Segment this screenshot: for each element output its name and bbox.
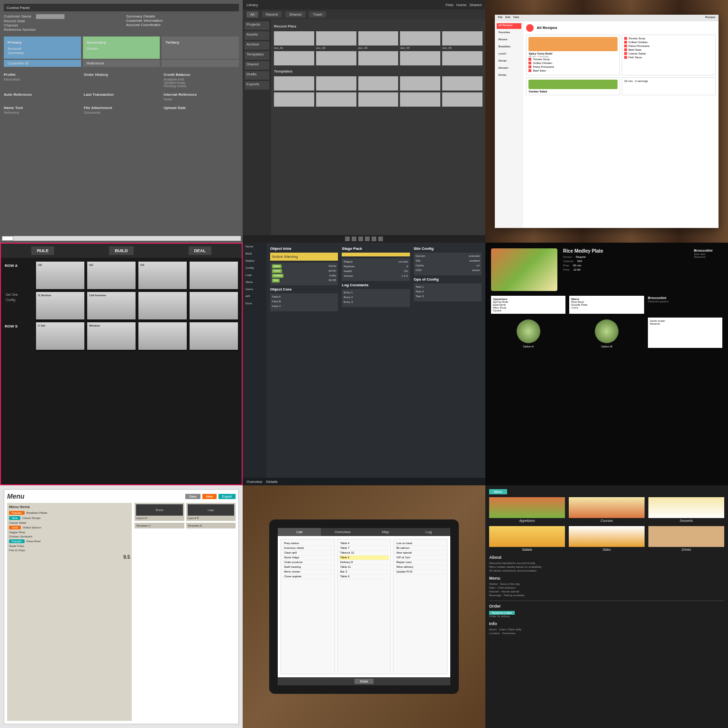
sidebar-item[interactable]: Lunch: [497, 52, 521, 57]
list-item[interactable]: Prep station: [283, 541, 332, 546]
list-item[interactable]: Takeout 12: [339, 551, 389, 555]
task-icon[interactable]: [372, 237, 376, 241]
nav-link[interactable]: Overview: [246, 480, 262, 484]
category-card[interactable]: Desserts: [648, 497, 724, 522]
recipe-card[interactable]: Tomato Soup Grilled Chicken Pasta Primav…: [622, 35, 716, 75]
category-card[interactable]: Courses: [569, 497, 645, 522]
card[interactable]: GE: [87, 262, 136, 289]
sidebar-item[interactable]: Projects: [245, 21, 269, 30]
card[interactable]: C Set: [36, 322, 84, 350]
list-item[interactable]: VIP at 7pm: [395, 555, 445, 560]
sidebar-item[interactable]: Dessert: [497, 66, 521, 72]
menu-item[interactable]: Veggie Wrap: [9, 531, 130, 534]
sidebar-item[interactable]: Logs: [245, 273, 264, 279]
menu-view[interactable]: View: [513, 16, 519, 20]
sidebar-item[interactable]: Docs: [245, 301, 264, 307]
menu-pill[interactable]: Menu: [489, 489, 507, 494]
card[interactable]: Cell Inventor: [87, 292, 136, 319]
done-button[interactable]: Done: [355, 679, 374, 684]
file-thumb[interactable]: [358, 31, 399, 46]
list-item[interactable]: Update POS: [395, 570, 445, 574]
recipe-card[interactable]: Garden Salad: [526, 77, 620, 95]
sidebar-item[interactable]: Drafts: [245, 71, 269, 80]
template-card[interactable]: LogoLayout B: [186, 503, 236, 521]
list-item[interactable]: Table 7: [339, 546, 389, 551]
tab-log[interactable]: Log: [407, 528, 450, 536]
sidebar-item[interactable]: Users: [245, 287, 264, 293]
menu-file[interactable]: File: [498, 16, 502, 20]
list-item[interactable]: Close register: [283, 574, 332, 579]
horizontal-scrollbar[interactable]: [2, 236, 241, 241]
list-item[interactable]: Clean grill: [283, 551, 332, 555]
file-thumb[interactable]: [274, 31, 314, 46]
task-icon[interactable]: [352, 237, 356, 241]
sidebar-item[interactable]: API: [245, 294, 264, 300]
menu-item[interactable]: Steak Frites: [9, 545, 130, 547]
tab-recent[interactable]: Recent: [262, 11, 282, 18]
list-item[interactable]: Table 2: [339, 555, 389, 560]
task-icon[interactable]: [345, 237, 350, 241]
template-card[interactable]: Template C: [135, 523, 184, 528]
task-icon[interactable]: [378, 237, 383, 241]
list-item[interactable]: Table 4: [339, 541, 389, 546]
category-card[interactable]: Sides: [569, 526, 645, 551]
card[interactable]: [190, 292, 238, 319]
file-thumb[interactable]: [442, 92, 482, 107]
recipe-card[interactable]: Spicy Curry Bowl 45 min · 4 servings Tom…: [526, 35, 620, 75]
sidebar-item[interactable]: Shared: [245, 61, 269, 70]
sidebar-item[interactable]: Breakfast: [497, 45, 521, 50]
menu-edit[interactable]: Edit: [505, 16, 510, 20]
menu-item[interactable]: Caesar Salad: [9, 521, 130, 524]
file-thumb[interactable]: [400, 31, 440, 46]
list-item[interactable]: Low on basil: [395, 541, 445, 546]
file-thumb[interactable]: [442, 31, 482, 46]
file-thumb[interactable]: [400, 92, 440, 107]
sidebar-item[interactable]: Exports: [245, 81, 269, 90]
menu-item[interactable]: NewClassic Burger: [9, 516, 130, 520]
save-button[interactable]: Save: [185, 494, 200, 499]
menu-item[interactable]: PopularBreakfast Platter: [9, 511, 130, 515]
card[interactable]: [138, 292, 187, 319]
list-item[interactable]: Bar 3: [339, 570, 389, 574]
list-item[interactable]: Delivery 8: [339, 560, 389, 565]
list-item[interactable]: Table 9: [339, 574, 389, 579]
card[interactable]: [190, 262, 238, 289]
card[interactable]: [190, 322, 238, 350]
recipe-card[interactable]: 15 min · 2 servings: [622, 77, 716, 95]
file-thumb[interactable]: [442, 51, 482, 65]
list-item[interactable]: Stock fridge: [283, 555, 332, 560]
file-thumb[interactable]: [400, 76, 440, 91]
sidebar-item[interactable]: Drinks: [497, 73, 521, 79]
sidebar-item[interactable]: Alerts: [245, 280, 264, 286]
template-card[interactable]: BrandLayout A: [135, 503, 184, 521]
task-icon[interactable]: [365, 237, 370, 241]
sidebar-item[interactable]: Templates: [245, 51, 269, 60]
file-thumb[interactable]: [274, 76, 314, 91]
card[interactable]: G Section: [36, 292, 84, 319]
list-item[interactable]: Wine delivery: [395, 565, 445, 570]
sidebar-item[interactable]: Dinner: [497, 59, 521, 64]
menu-item[interactable]: ChefGrilled Salmon: [9, 526, 130, 529]
file-thumb[interactable]: [442, 76, 482, 91]
list-item[interactable]: Repair oven: [395, 560, 445, 565]
list-item[interactable]: Staff meeting: [283, 565, 332, 570]
export-button[interactable]: Export: [218, 494, 236, 499]
list-item[interactable]: New special: [395, 551, 445, 555]
menu-item[interactable]: Fish & Chips: [9, 549, 130, 552]
sidebar-item[interactable]: Config: [245, 266, 264, 272]
sidebar-item[interactable]: Build: [245, 252, 264, 257]
file-thumb[interactable]: [316, 76, 356, 91]
list-item[interactable]: Table 11: [339, 565, 389, 570]
nav-item[interactable]: Shared: [469, 3, 482, 7]
sidebar-item[interactable]: Deploy: [245, 259, 264, 264]
sidebar-item-all[interactable]: All Recipes: [497, 23, 521, 29]
tab-map[interactable]: Map: [364, 528, 407, 536]
file-thumb[interactable]: [316, 92, 356, 107]
status-card-secondary[interactable]: Secondary Details: [83, 36, 160, 59]
nav-item[interactable]: Files: [446, 3, 454, 7]
tab-all[interactable]: All: [246, 11, 258, 18]
sidebar-item[interactable]: Recent: [497, 37, 521, 43]
menu-card[interactable]: Appetizers Spring Rolls Edamame Miso Sou…: [491, 296, 565, 314]
file-thumb[interactable]: [358, 76, 399, 91]
tab-overview[interactable]: Overview: [321, 528, 364, 536]
